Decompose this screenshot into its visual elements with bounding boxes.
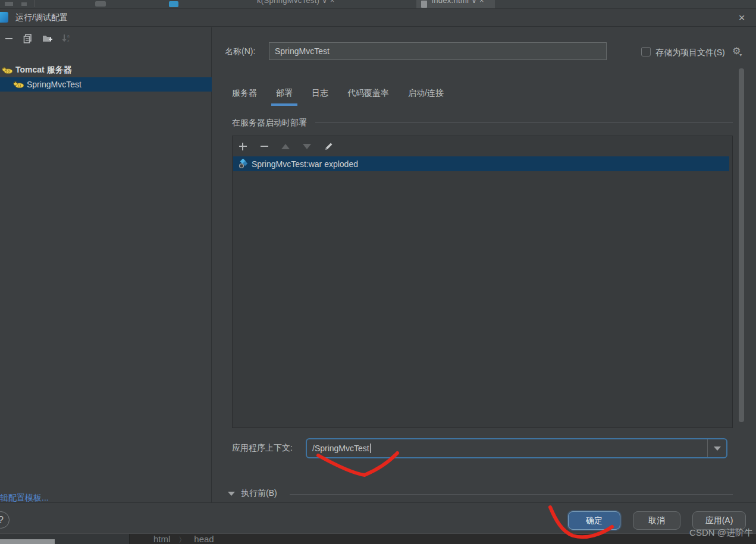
text-caret xyxy=(370,444,371,453)
tomcat-icon xyxy=(13,80,24,89)
toolbar-separator xyxy=(34,0,34,7)
section-divider xyxy=(315,122,733,123)
application-context-value: /SpringMvcTest xyxy=(307,444,707,453)
breadcrumb: html 〉 head xyxy=(153,534,214,544)
sort-configs-button[interactable]: a z xyxy=(61,33,71,44)
question-icon: ? xyxy=(0,515,4,526)
name-input[interactable] xyxy=(269,42,607,60)
tomcat-icon xyxy=(2,66,12,74)
copy-config-button[interactable] xyxy=(23,33,33,44)
remove-config-button[interactable] xyxy=(4,33,14,44)
breadcrumb-item-head[interactable]: head xyxy=(194,534,214,544)
breadcrumb-item-html[interactable]: html xyxy=(153,534,170,544)
move-down-button[interactable] xyxy=(302,141,312,152)
run-debug-config-dialog: 运行/调试配置 × xyxy=(0,9,756,534)
project-panel-fragment xyxy=(0,534,130,544)
tree-group-label: Tomcat 服务器 xyxy=(15,65,72,76)
arrow-down-icon xyxy=(303,144,311,149)
store-project-file-checkbox[interactable] xyxy=(641,47,651,56)
artifact-icon xyxy=(238,159,248,169)
edit-artifact-button[interactable] xyxy=(323,141,334,152)
arrow-up-icon xyxy=(281,144,290,149)
editor-horizontal-scrollbar[interactable] xyxy=(0,539,55,544)
plus-icon xyxy=(239,143,247,150)
tree-item-springmvctest[interactable]: SpringMvcTest xyxy=(0,77,212,92)
gear-icon[interactable]: ⚙ xyxy=(732,45,743,56)
close-icon: × xyxy=(738,11,745,24)
toolbar-icon-fragment xyxy=(21,2,27,6)
tab-server[interactable]: 服务器 xyxy=(232,88,257,105)
chevron-right-icon: 〉 xyxy=(178,534,186,544)
add-artifact-button[interactable] xyxy=(237,141,248,152)
remove-artifact-button[interactable] xyxy=(259,141,269,152)
config-tabs: 服务器 部署 日志 代码覆盖率 启动/连接 xyxy=(232,88,444,105)
minus-icon xyxy=(261,146,268,147)
move-up-button[interactable] xyxy=(280,141,291,152)
before-launch-divider xyxy=(290,494,733,495)
chevron-down-icon xyxy=(714,446,721,451)
ide-editor-tabs-strip: k(SpringMvcTest) ∨ × index.html ∨ × xyxy=(0,0,756,9)
editor-tab-label-fragment: index.html ∨ × xyxy=(432,0,484,5)
help-button[interactable]: ? xyxy=(0,511,10,529)
new-folder-icon xyxy=(42,34,52,43)
pencil-icon xyxy=(324,141,334,152)
dialog-scrollbar-thumb[interactable] xyxy=(739,68,744,422)
svg-text:a: a xyxy=(67,34,70,38)
editor-tab-fragment[interactable]: k(SpringMvcTest) ∨ × xyxy=(257,0,335,5)
sort-az-icon: a z xyxy=(61,34,71,43)
copy-icon xyxy=(23,34,33,43)
dialog-title: 运行/调试配置 xyxy=(15,12,68,23)
chevron-down-icon xyxy=(228,492,235,496)
footer-divider xyxy=(0,502,756,503)
file-icon xyxy=(421,1,427,8)
sidebar-toolbar: a z xyxy=(4,32,71,45)
deploy-toolbar xyxy=(237,140,334,153)
config-sidebar: a z Tomcat 服务器 xyxy=(0,27,212,502)
screen: k(SpringMvcTest) ∨ × index.html ∨ × 运行/调… xyxy=(0,0,756,544)
tab-startup-connection[interactable]: 启动/连接 xyxy=(408,88,444,105)
deploy-list-item[interactable]: SpringMvcTest:war exploded xyxy=(233,156,729,171)
dialog-titlebar: 运行/调试配置 × xyxy=(0,9,756,27)
svg-text:z: z xyxy=(67,39,70,43)
watermark: CSDN @进阶牛 xyxy=(607,527,753,539)
application-context-combobox[interactable]: /SpringMvcTest xyxy=(306,438,727,458)
store-project-file-label: 存储为项目文件(S) xyxy=(655,48,725,58)
before-launch-label: 执行前(B) xyxy=(241,488,277,499)
application-context-label: 应用程序上下文: xyxy=(232,443,293,454)
deploy-panel: SpringMvcTest:war exploded xyxy=(232,136,733,428)
combo-dropdown-button[interactable] xyxy=(707,439,726,457)
toolbar-icon-fragment xyxy=(95,1,106,7)
minus-icon xyxy=(5,38,12,39)
tab-deployment[interactable]: 部署 xyxy=(276,88,293,105)
new-folder-button[interactable] xyxy=(42,33,52,44)
dialog-icon xyxy=(0,12,8,23)
deploy-item-label: SpringMvcTest:war exploded xyxy=(252,159,358,169)
before-launch-toggle[interactable]: 执行前(B) xyxy=(228,488,277,499)
close-button[interactable]: × xyxy=(736,12,748,24)
editor-tab-selected-fragment[interactable]: index.html ∨ × xyxy=(416,0,495,9)
tab-code-coverage[interactable]: 代码覆盖率 xyxy=(347,88,389,105)
toolbar-icon-fragment xyxy=(5,2,13,6)
tree-group-tomcat-server[interactable]: Tomcat 服务器 xyxy=(0,63,212,77)
deploy-section-title: 在服务器启动时部署 xyxy=(232,118,307,128)
tree-item-label: SpringMvcTest xyxy=(27,80,81,89)
name-label: 名称(N): xyxy=(225,46,255,57)
maven-icon xyxy=(169,1,178,7)
tab-logs[interactable]: 日志 xyxy=(312,88,328,105)
